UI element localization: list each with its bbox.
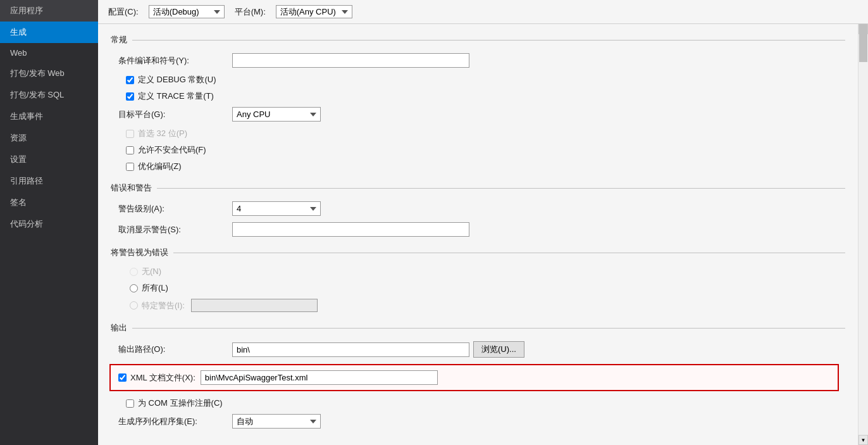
specific-warnings-input[interactable] [191, 299, 318, 312]
radio-none-label: 无(N) [142, 266, 161, 277]
sidebar-item-publish-web[interactable]: 打包/发布 Web [0, 63, 98, 84]
conditional-row: 条件编译和符号(Y): [111, 53, 845, 68]
xml-doc-checkbox[interactable] [118, 373, 127, 382]
target-platform-label: 目标平台(G): [118, 109, 232, 120]
suppress-warnings-input[interactable] [232, 222, 469, 237]
define-debug-row: 定义 DEBUG 常数(U) [111, 74, 845, 85]
com-interop-checkbox[interactable] [126, 399, 134, 408]
radio-all-label[interactable]: 所有(L) [142, 282, 168, 294]
optimize-checkbox[interactable] [126, 163, 134, 171]
section-errors-warnings: 错误和警告 [111, 182, 845, 194]
section-general: 常规 [111, 34, 845, 46]
radio-all-row: 所有(L) [111, 282, 845, 294]
content-with-scroll: 常规 条件编译和符号(Y): 定义 DEBUG 常数(U) 定义 TRACE 常… [98, 24, 868, 445]
sidebar-item-ref-paths[interactable]: 引用路径 [0, 170, 98, 192]
scrollbar-thumb[interactable] [859, 24, 867, 62]
warning-level-label: 警告级别(A): [118, 203, 232, 215]
xml-doc-label[interactable]: XML 文档文件(X): [130, 372, 195, 384]
sidebar-item-code-analysis[interactable]: 代码分析 [0, 213, 98, 235]
radio-specific[interactable] [130, 301, 138, 310]
config-label: 配置(C): [108, 6, 139, 18]
sidebar-item-resources[interactable]: 资源 [0, 127, 98, 149]
serialization-row: 生成序列化程序集(E): 自动 开启 关闭 [111, 414, 845, 429]
com-interop-label[interactable]: 为 COM 互操作注册(C) [138, 398, 223, 409]
scrollbar[interactable]: ▲ ▼ [858, 24, 868, 445]
sidebar-item-signing[interactable]: 签名 [0, 192, 98, 213]
serialization-label: 生成序列化程序集(E): [118, 416, 232, 427]
prefer32bit-row: 首选 32 位(P) [111, 128, 845, 139]
browse-button[interactable]: 浏览(U)... [473, 341, 524, 358]
xml-doc-input[interactable] [201, 370, 438, 385]
allow-unsafe-checkbox[interactable] [126, 146, 134, 154]
warning-level-select[interactable]: 4 0 1 2 3 [232, 201, 321, 216]
com-interop-row: 为 COM 互操作注册(C) [111, 398, 845, 409]
radio-none-row: 无(N) [111, 266, 845, 277]
section-treat-as-errors: 将警告视为错误 [111, 247, 845, 258]
optimize-label[interactable]: 优化编码(Z) [138, 161, 182, 172]
sidebar-item-settings[interactable]: 设置 [0, 149, 98, 170]
prefer32bit-label: 首选 32 位(P) [138, 128, 187, 139]
define-debug-checkbox[interactable] [126, 76, 134, 84]
conditional-label: 条件编译和符号(Y): [118, 55, 232, 66]
xml-doc-row: XML 文档文件(X): [109, 364, 839, 391]
target-platform-select[interactable]: Any CPU x86 x64 [232, 107, 321, 122]
output-path-label: 输出路径(O): [118, 344, 232, 355]
optimize-row: 优化编码(Z) [111, 161, 845, 172]
platform-select[interactable]: 活动(Any CPU) [276, 5, 352, 18]
settings-panel: 常规 条件编译和符号(Y): 定义 DEBUG 常数(U) 定义 TRACE 常… [98, 24, 858, 445]
allow-unsafe-row: 允许不安全代码(F) [111, 144, 845, 156]
serialization-select[interactable]: 自动 开启 关闭 [232, 414, 321, 429]
output-path-input[interactable] [232, 342, 469, 357]
warning-level-row: 警告级别(A): 4 0 1 2 3 [111, 201, 845, 216]
radio-none[interactable] [130, 268, 138, 276]
suppress-warnings-row: 取消显示警告(S): [111, 222, 845, 237]
conditional-input[interactable] [232, 53, 469, 68]
define-trace-row: 定义 TRACE 常量(T) [111, 91, 845, 102]
sidebar-item-build-events[interactable]: 生成事件 [0, 106, 98, 127]
prefer32bit-checkbox[interactable] [126, 130, 134, 138]
platform-label: 平台(M): [235, 6, 266, 18]
scrollbar-down[interactable]: ▼ [859, 435, 868, 445]
output-path-row: 输出路径(O): 浏览(U)... [111, 341, 845, 358]
define-debug-label[interactable]: 定义 DEBUG 常数(U) [138, 74, 216, 85]
sidebar-item-app[interactable]: 应用程序 [0, 0, 98, 22]
content-area: 配置(C): 活动(Debug) 平台(M): 活动(Any CPU) 常规 条… [98, 0, 868, 445]
radio-specific-label: 特定警告(I): [142, 300, 185, 311]
section-output: 输出 [111, 322, 845, 334]
suppress-warnings-label: 取消显示警告(S): [118, 224, 232, 235]
radio-specific-row: 特定警告(I): [111, 299, 845, 312]
target-platform-row: 目标平台(G): Any CPU x86 x64 [111, 107, 845, 122]
define-trace-checkbox[interactable] [126, 92, 134, 101]
sidebar-item-publish-sql[interactable]: 打包/发布 SQL [0, 84, 98, 106]
radio-all[interactable] [130, 284, 138, 292]
sidebar: 应用程序 生成 Web 打包/发布 Web 打包/发布 SQL 生成事件 资源 … [0, 0, 98, 445]
sidebar-item-build[interactable]: 生成 [0, 22, 98, 43]
sidebar-item-web[interactable]: Web [0, 43, 98, 63]
config-bar: 配置(C): 活动(Debug) 平台(M): 活动(Any CPU) [98, 0, 868, 24]
config-select[interactable]: 活动(Debug) [149, 5, 225, 18]
define-trace-label[interactable]: 定义 TRACE 常量(T) [138, 91, 214, 102]
allow-unsafe-label[interactable]: 允许不安全代码(F) [138, 144, 206, 156]
